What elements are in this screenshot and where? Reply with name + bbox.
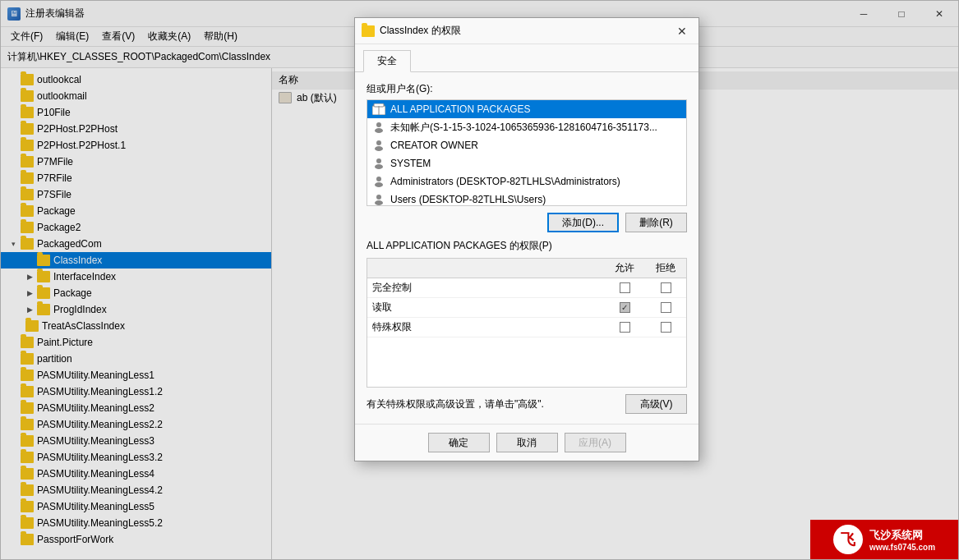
dialog-title-bar: ClassIndex 的权限 ✕: [355, 18, 699, 44]
person-icon: [372, 194, 385, 205]
perms-col-allow-header: 允许: [604, 259, 645, 278]
checkbox-deny-read[interactable]: [661, 302, 671, 313]
svg-point-6: [375, 146, 383, 151]
user-label: ALL APPLICATION PACKAGES: [390, 103, 531, 115]
perm-deny-full-control[interactable]: [645, 282, 686, 293]
watermark: 飞 飞沙系统网 www.fs0745.com: [810, 520, 958, 559]
user-list-item-creator-owner[interactable]: CREATOR OWNER: [367, 136, 686, 154]
dialog-tabs: 安全: [355, 44, 699, 72]
person-icon: [372, 140, 385, 151]
svg-point-4: [375, 128, 383, 133]
perm-name-read: 读取: [367, 298, 604, 317]
checkbox-deny-full-control[interactable]: [661, 282, 671, 293]
perms-table-header: 允许 拒绝: [367, 259, 686, 278]
dialog-folder-icon: [362, 25, 375, 37]
user-label: CREATOR OWNER: [390, 140, 478, 151]
svg-point-11: [376, 195, 381, 200]
svg-point-10: [375, 182, 383, 187]
dialog-close-button[interactable]: ✕: [672, 21, 692, 41]
ok-button[interactable]: 确定: [428, 433, 490, 452]
person-icon: [372, 158, 385, 169]
user-label: SYSTEM: [390, 158, 431, 169]
perm-deny-read[interactable]: [645, 302, 686, 313]
user-list-item-system[interactable]: SYSTEM: [367, 154, 686, 172]
dialog-content: 组或用户名(G): ALL APPLICATION PACKAGES: [355, 72, 699, 424]
watermark-text: 飞沙系统网 www.fs0745.com: [869, 528, 935, 552]
person-icon: [372, 122, 385, 133]
user-label: 未知帐户(S-1-15-3-1024-1065365936-1281604716…: [390, 121, 657, 135]
advanced-button[interactable]: 高级(V): [625, 394, 687, 414]
perm-allow-read[interactable]: [604, 302, 645, 313]
advanced-row: 有关特殊权限或高级设置，请单击"高级". 高级(V): [367, 394, 687, 414]
perm-row-special: 特殊权限: [367, 318, 686, 337]
user-label: Users (DESKTOP-82TLHLS\Users): [390, 194, 546, 205]
perm-row-read: 读取: [367, 298, 686, 318]
user-label: Administrators (DESKTOP-82TLHLS\Administ…: [390, 176, 620, 187]
user-list-item-administrators[interactable]: Administrators (DESKTOP-82TLHLS\Administ…: [367, 172, 686, 190]
user-list-item-all-app-packages[interactable]: ALL APPLICATION PACKAGES: [367, 100, 686, 118]
perm-allow-special[interactable]: [604, 322, 645, 333]
user-list-item-unknown[interactable]: 未知帐户(S-1-15-3-1024-1065365936-1281604716…: [367, 118, 686, 136]
permissions-table: 允许 拒绝 完全控制 读取: [367, 258, 687, 388]
perm-allow-full-control[interactable]: [604, 282, 645, 293]
advanced-hint: 有关特殊权限或高级设置，请单击"高级".: [367, 397, 625, 411]
checkbox-deny-special[interactable]: [661, 322, 671, 333]
user-list-item-users[interactable]: Users (DESKTOP-82TLHLS\Users): [367, 190, 686, 206]
perm-name-full-control: 完全控制: [367, 278, 604, 297]
svg-point-9: [376, 177, 381, 181]
svg-point-3: [376, 122, 381, 127]
dialog-bottom-buttons: 确定 取消 应用(A): [355, 424, 699, 461]
checkbox-allow-special[interactable]: [620, 322, 630, 333]
perm-row-empty: [367, 337, 686, 387]
svg-point-5: [376, 140, 381, 145]
user-action-buttons: 添加(D)... 删除(R): [367, 213, 687, 232]
perms-col-deny-header: 拒绝: [645, 259, 686, 278]
permissions-section-title: ALL APPLICATION PACKAGES 的权限(P): [367, 239, 687, 253]
add-user-button[interactable]: 添加(D)...: [547, 213, 619, 232]
svg-point-8: [375, 164, 383, 169]
cancel-button[interactable]: 取消: [496, 433, 558, 452]
person-icon: [372, 176, 385, 187]
tab-security[interactable]: 安全: [363, 50, 411, 72]
user-list[interactable]: ALL APPLICATION PACKAGES 未知帐户(S-1-15-3-1…: [367, 99, 687, 206]
dialog-title: ClassIndex 的权限: [380, 24, 672, 38]
perm-name-special: 特殊权限: [367, 318, 604, 337]
perm-row-full-control: 完全控制: [367, 278, 686, 298]
group-label: 组或用户名(G):: [367, 82, 687, 96]
permissions-dialog: ClassIndex 的权限 ✕ 安全 组或用户名(G):: [354, 17, 699, 461]
checkbox-allow-read[interactable]: [620, 302, 630, 313]
checkbox-allow-full-control[interactable]: [620, 282, 630, 293]
package-icon: [372, 103, 385, 115]
remove-user-button[interactable]: 删除(R): [625, 213, 687, 232]
apply-button[interactable]: 应用(A): [565, 433, 626, 452]
perm-deny-special[interactable]: [645, 322, 686, 333]
svg-point-12: [375, 200, 383, 205]
svg-point-7: [376, 158, 381, 163]
watermark-icon: 飞: [833, 525, 863, 554]
perms-col-name-header: [367, 259, 604, 278]
main-window: 🖥 注册表编辑器 ─ □ ✕ 文件(F) 编辑(E) 查看(V) 收藏夹(A) …: [0, 0, 959, 560]
